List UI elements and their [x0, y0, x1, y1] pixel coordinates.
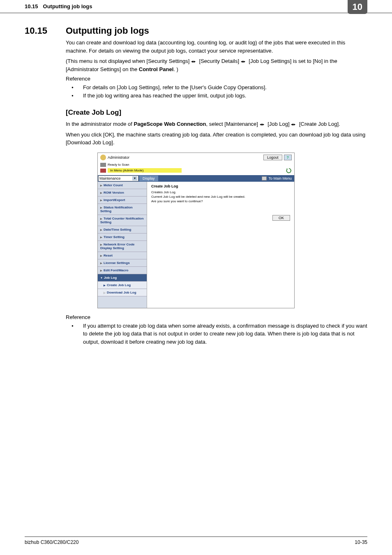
panel-title: Create Job Log [151, 184, 290, 188]
chapter-number-tab: 10 [348, 0, 367, 14]
sp1a: In the administrator mode of [66, 121, 134, 127]
section-number: 10.15 [25, 25, 66, 36]
ref2-bullet: If you attempt to create job log data wh… [66, 322, 367, 346]
main-menu-label: To Main Menu [268, 176, 292, 180]
app-screenshot: Administrator Logout ? Ready to Scan In … [97, 153, 295, 308]
admin-avatar-icon [100, 155, 106, 160]
mode-banner: In Menu (Admin Mode) [108, 168, 182, 173]
sidebar-item-job-log[interactable]: Job Log [98, 274, 147, 282]
control-panel-bold: Control Panel [139, 66, 174, 72]
pagescope-bold: PageScope Web Connection [134, 121, 206, 127]
sidebar-item-rom-version[interactable]: ROM Version [98, 189, 147, 197]
sub-para-1: In the administrator mode of PageScope W… [66, 120, 367, 128]
select-value: Maintenance [99, 176, 132, 180]
main-menu-icon [262, 176, 267, 180]
arrow-icon [241, 60, 247, 63]
footer-page: 10-35 [355, 539, 367, 545]
category-select[interactable]: Maintenance ▾ [98, 176, 138, 181]
arrow-icon [291, 123, 297, 126]
status-text: Ready to Scan [108, 163, 129, 166]
arrow-icon [260, 123, 266, 126]
sidebar-sub-download-job-log[interactable]: Download Job Log [98, 289, 147, 296]
subsection-heading: [Create Job Log] [66, 109, 367, 117]
arrow-icon [191, 60, 198, 63]
p2-part-e: . ) [173, 66, 178, 72]
sidebar-item-total-counter[interactable]: Total Counter Notification Setting [98, 215, 147, 226]
footer-model: bizhub C360/C280/C220 [25, 539, 78, 545]
reference-label-2: Reference [66, 314, 367, 320]
sidebar-item-network-error[interactable]: Network Error Code Display Setting [98, 241, 147, 252]
intro-para-2: (This menu is not displayed when [Securi… [66, 57, 367, 73]
display-button[interactable]: Display [139, 176, 158, 181]
reference-bullets-2: If you attempt to create job log data wh… [66, 322, 367, 346]
sidebar-item-meter-count[interactable]: Meter Count [98, 182, 147, 189]
header-section-num: 10.15 [25, 3, 38, 9]
refresh-icon[interactable] [286, 168, 292, 173]
sidebar-bottom [98, 296, 147, 308]
panel-line-1: Creates Job Log. [151, 190, 290, 194]
p2-part-a: (This menu is not displayed when [Securi… [66, 58, 191, 64]
printer-icon [100, 163, 106, 167]
sidebar-item-timer[interactable]: Timer Setting [98, 234, 147, 241]
section-heading: Outputting job logs [66, 25, 149, 36]
mode-icon [100, 169, 106, 173]
sub-para-2: When you click [OK], the machine starts … [66, 131, 367, 147]
panel-line-3: Are you sure you want to continue? [151, 199, 290, 204]
sidebar-item-license[interactable]: License Settings [98, 259, 147, 267]
reference-label: Reference [66, 76, 367, 82]
sidebar: Meter Count ROM Version Import/Export St… [98, 182, 147, 308]
header-title: Outputting job logs [43, 3, 367, 9]
sidebar-item-reset[interactable]: Reset [98, 252, 147, 259]
bullet-1: For details on [Job Log Settings], refer… [66, 83, 367, 92]
sidebar-item-status-notification[interactable]: Status Notification Setting [98, 204, 147, 215]
main-panel: Create Job Log Creates Job Log. Current … [147, 182, 294, 308]
sidebar-item-import-export[interactable]: Import/Export [98, 197, 147, 204]
sp1e: [Create Job Log]. [297, 121, 340, 127]
sidebar-item-date-time[interactable]: Date/Time Setting [98, 226, 147, 234]
chevron-down-icon: ▾ [132, 176, 137, 180]
ok-button[interactable]: OK [272, 215, 290, 221]
admin-label: Administrator [108, 155, 263, 160]
sidebar-sub-create-job-log[interactable]: Create Job Log [98, 282, 147, 289]
sp1d: [Job Log] [266, 121, 291, 127]
help-button[interactable]: ? [284, 155, 292, 160]
intro-para-1: You can create and download log data (ac… [66, 39, 367, 55]
bullet-2: If the job log writing area has reached … [66, 92, 367, 100]
to-main-menu-link[interactable]: To Main Menu [259, 175, 294, 182]
panel-line-2: Current Job Log will be deleted and new … [151, 194, 290, 199]
logout-button[interactable]: Logout [263, 155, 282, 160]
sp1c: , select [Maintenance] [206, 121, 260, 127]
reference-bullets: For details on [Job Log Settings], refer… [66, 83, 367, 99]
p2-part-b: [Security Details] [198, 58, 241, 64]
sidebar-item-edit-font[interactable]: Edit Font/Macro [98, 267, 147, 274]
